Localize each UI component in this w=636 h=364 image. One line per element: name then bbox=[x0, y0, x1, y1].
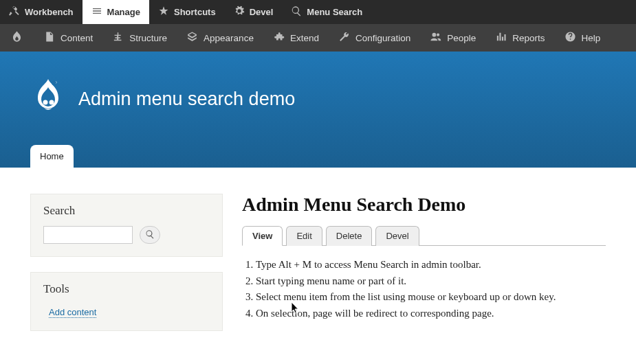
admin-item-label: People bbox=[447, 33, 476, 43]
admin-help[interactable]: Help bbox=[555, 24, 611, 52]
search-button[interactable] bbox=[140, 226, 160, 244]
puzzle-icon bbox=[273, 31, 285, 45]
admin-item-label: Reports bbox=[512, 33, 545, 43]
menu-icon bbox=[91, 5, 102, 19]
list-item: Select menu item from the list using mou… bbox=[256, 289, 606, 305]
admin-people[interactable]: People bbox=[420, 24, 485, 52]
admin-structure[interactable]: Structure bbox=[102, 24, 177, 52]
toolbar-top: Workbench Manage Shortcuts Devel Menu Se… bbox=[0, 0, 636, 24]
wrench-icon bbox=[338, 31, 350, 45]
reports-icon bbox=[495, 31, 507, 45]
search-block: Search bbox=[30, 194, 223, 257]
tab-view[interactable]: View bbox=[242, 226, 283, 246]
admin-item-label: Appearance bbox=[204, 33, 254, 43]
list-item: Type Alt + M to access Menu Search in ad… bbox=[256, 257, 606, 273]
admin-extend[interactable]: Extend bbox=[263, 24, 329, 52]
admin-content[interactable]: Content bbox=[34, 24, 102, 52]
admin-item-label: Configuration bbox=[355, 33, 410, 43]
admin-reports[interactable]: Reports bbox=[485, 24, 554, 52]
people-icon bbox=[430, 31, 441, 45]
admin-item-label: Help bbox=[582, 33, 601, 43]
toolbar-admin: Content Structure Appearance Extend Conf… bbox=[0, 24, 636, 52]
svg-point-1 bbox=[50, 100, 54, 105]
tab-delete[interactable]: Delete bbox=[326, 226, 373, 246]
toolbar-workbench[interactable]: Workbench bbox=[0, 0, 83, 24]
toolbar-menu-search[interactable]: Menu Search bbox=[282, 0, 371, 24]
tab-edit[interactable]: Edit bbox=[286, 226, 322, 246]
page-title: Admin Menu Search Demo bbox=[242, 194, 606, 216]
site-logo-icon[interactable] bbox=[30, 78, 66, 120]
tools-block-title: Tools bbox=[43, 282, 210, 296]
list-item: On selection, page will be redirect to c… bbox=[256, 306, 606, 321]
list-item: Start typing menu name or part of it. bbox=[256, 273, 606, 289]
toolbar-devel[interactable]: Devel bbox=[225, 0, 283, 24]
appearance-icon bbox=[186, 31, 198, 45]
toolbar-manage[interactable]: Manage bbox=[83, 0, 149, 24]
tools-icon bbox=[9, 5, 20, 19]
toolbar-item-label: Manage bbox=[107, 7, 140, 17]
toolbar-item-label: Devel bbox=[250, 7, 274, 17]
gear-icon bbox=[234, 5, 245, 19]
star-icon bbox=[158, 5, 169, 19]
admin-configuration[interactable]: Configuration bbox=[329, 24, 420, 52]
sidebar: Search Tools Add content bbox=[30, 194, 223, 331]
admin-home[interactable] bbox=[0, 24, 34, 52]
admin-item-label: Structure bbox=[129, 33, 167, 43]
nav-home[interactable]: Home bbox=[30, 145, 74, 168]
admin-appearance[interactable]: Appearance bbox=[177, 24, 263, 52]
search-icon bbox=[145, 229, 155, 241]
primary-nav: Home bbox=[30, 145, 606, 168]
drupal-icon bbox=[10, 30, 23, 45]
tools-block: Tools Add content bbox=[30, 272, 223, 331]
cursor-icon bbox=[291, 302, 300, 315]
search-block-title: Search bbox=[43, 204, 210, 218]
document-icon bbox=[43, 31, 55, 45]
svg-point-0 bbox=[43, 100, 48, 105]
site-title[interactable]: Admin menu search demo bbox=[78, 89, 295, 110]
add-content-link[interactable]: Add content bbox=[49, 307, 96, 318]
toolbar-shortcuts[interactable]: Shortcuts bbox=[149, 0, 225, 24]
toolbar-item-label: Shortcuts bbox=[174, 7, 216, 17]
main-wrapper: Search Tools Add content Admin Menu Sear… bbox=[0, 168, 636, 352]
toolbar-item-label: Menu Search bbox=[307, 7, 362, 17]
local-tabs: View Edit Delete Devel bbox=[242, 225, 606, 246]
site-header: Admin menu search demo Home bbox=[0, 52, 636, 168]
help-icon bbox=[564, 31, 576, 45]
admin-item-label: Extend bbox=[290, 33, 319, 43]
admin-item-label: Content bbox=[61, 33, 93, 43]
search-icon bbox=[291, 5, 302, 19]
structure-icon bbox=[112, 31, 124, 45]
tab-devel[interactable]: Devel bbox=[375, 226, 419, 246]
toolbar-item-label: Workbench bbox=[25, 7, 74, 17]
search-input[interactable] bbox=[43, 226, 133, 244]
